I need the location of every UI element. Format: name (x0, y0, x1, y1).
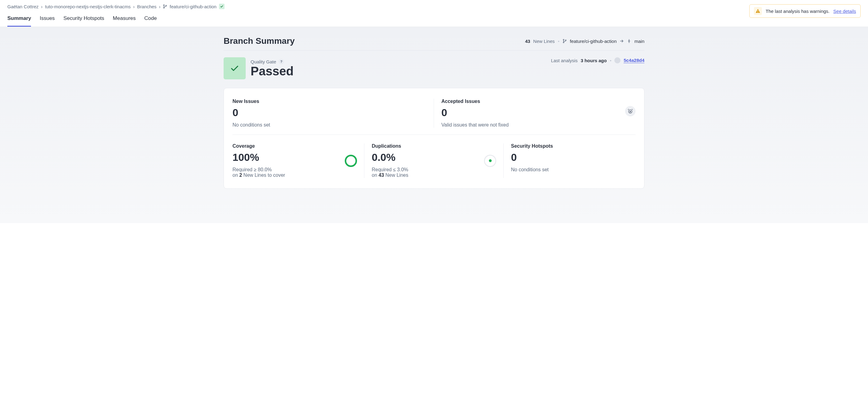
warning-details-link[interactable]: See details (833, 8, 856, 14)
arrow-right-icon (620, 39, 624, 43)
page-title: Branch Summary (224, 36, 295, 46)
accepted-issues-label: Accepted Issues (441, 99, 636, 104)
svg-point-4 (563, 42, 564, 43)
quality-gate-passed-icon (224, 57, 246, 79)
warning-banner: The last analysis has warnings. See deta… (749, 4, 861, 18)
git-commit-icon (627, 39, 631, 43)
breadcrumb-sep-icon: › (41, 4, 43, 9)
security-hotspots-value[interactable]: 0 (511, 151, 553, 163)
coverage-donut-icon (345, 155, 357, 167)
accepted-issues-desc: Valid issues that were not fixed (441, 122, 636, 128)
svg-point-2 (166, 5, 166, 6)
status-passed-icon (219, 4, 224, 9)
tab-security-hotspots[interactable]: Security Hotspots (63, 15, 104, 27)
tab-code[interactable]: Code (145, 15, 157, 27)
coverage-required: Required ≥ 80.0% (232, 167, 285, 172)
git-branch-icon (562, 39, 567, 43)
target-branch: main (634, 39, 644, 44)
new-issues-desc: No conditions set (232, 122, 427, 128)
coverage-value[interactable]: 100% (232, 151, 285, 163)
duplications-donut-icon (484, 155, 496, 167)
accepted-issues-value[interactable]: 0 (441, 107, 636, 118)
duplications-on: on 43 New Lines (372, 172, 408, 178)
duplications-value[interactable]: 0.0% (372, 151, 408, 163)
title-meta: 43 New Lines • feature/ci-github-action … (525, 39, 644, 44)
new-issues-value[interactable]: 0 (232, 107, 427, 118)
svg-point-1 (163, 7, 164, 8)
new-lines-count: 43 (525, 39, 530, 44)
snooze-icon[interactable] (625, 106, 636, 116)
coverage-on: on 2 New Lines to cover (232, 172, 285, 178)
quality-gate-status: Passed (251, 64, 293, 78)
tab-summary[interactable]: Summary (7, 15, 31, 27)
metrics-card: New Issues 0 No conditions set Accepted … (224, 88, 644, 189)
svg-point-3 (563, 39, 564, 40)
security-hotspots-desc: No conditions set (511, 167, 553, 172)
source-branch: feature/ci-github-action (570, 39, 617, 44)
tab-measures[interactable]: Measures (113, 15, 136, 27)
git-branch-icon (163, 4, 167, 8)
breadcrumb-project[interactable]: tuto-monorepo-nextjs-nestjs-clerk-tinacm… (45, 4, 131, 9)
security-hotspots-label: Security Hotspots (511, 143, 553, 149)
breadcrumb-sep-icon: › (159, 4, 160, 9)
tab-issues[interactable]: Issues (39, 15, 55, 27)
breadcrumb-owner[interactable]: Gaëtan Cottrez (7, 4, 39, 9)
help-icon[interactable]: ? (279, 59, 284, 64)
svg-point-0 (163, 5, 164, 5)
coverage-label: Coverage (232, 143, 285, 149)
warning-icon (754, 7, 762, 15)
new-issues-label: New Issues (232, 99, 427, 104)
breadcrumb-sep-icon: › (133, 4, 135, 9)
last-analysis-time: 3 hours ago (581, 58, 607, 63)
svg-point-5 (565, 40, 566, 41)
quality-gate-label: Quality Gate (251, 59, 276, 64)
duplications-label: Duplications (372, 143, 408, 149)
duplications-required: Required ≤ 3.0% (372, 167, 408, 172)
avatar (614, 57, 620, 63)
breadcrumb-branch[interactable]: feature/ci-github-action (169, 4, 217, 9)
warning-text: The last analysis has warnings. (766, 8, 829, 14)
commit-link[interactable]: 5c4a28d4 (624, 58, 644, 63)
last-analysis-label: Last analysis (551, 58, 578, 63)
breadcrumb: Gaëtan Cottrez › tuto-monorepo-nextjs-ne… (7, 4, 861, 9)
new-lines-label: New Lines (533, 39, 555, 44)
breadcrumb-branches[interactable]: Branches (137, 4, 156, 9)
tabs: Summary Issues Security Hotspots Measure… (7, 15, 861, 27)
svg-point-6 (628, 40, 630, 42)
